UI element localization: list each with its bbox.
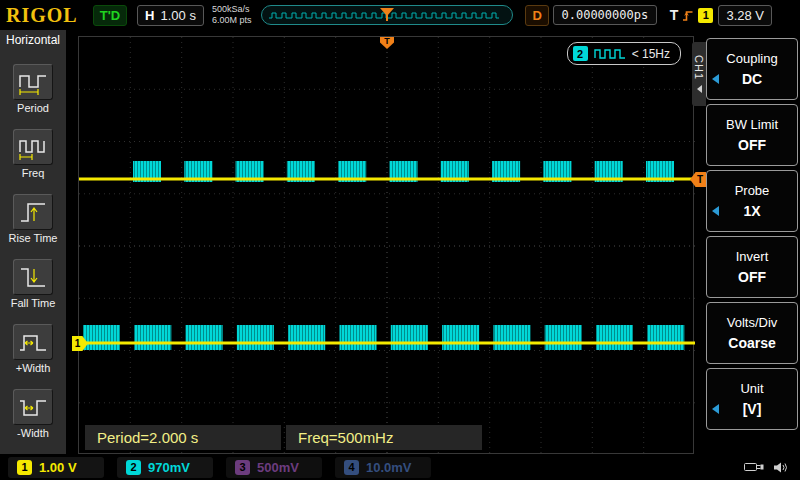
sample-rate: 500kSa/s [212,4,252,15]
menu-item-period[interactable]: Period [13,64,53,114]
square-wave-icon [594,47,626,60]
minus-width-icon [13,389,53,425]
channel2-scale: 970mV [148,460,190,475]
rise-time-icon [13,194,53,230]
menu-item-freq[interactable]: Freq [13,129,53,179]
trigger-level-readout: 3.28 V [718,5,772,26]
menu-item-title: Unit [740,381,763,396]
menu-item-plus-width[interactable]: +Width [13,324,53,374]
rigol-logo: RIGOL [6,4,78,27]
horizontal-label: H [145,8,154,23]
menu-item-rise-time[interactable]: Rise Time [9,194,58,244]
measurement-freq: Freq=500mHz [286,425,482,450]
left-arrow-icon [712,74,719,84]
memory-waveform-icon [267,8,507,22]
menu-item-value: Coarse [728,335,775,351]
menu-item-title: Probe [735,183,770,198]
channel1-status[interactable]: 1 1.00 V [8,457,104,478]
left-menu-title: Horizontal [0,30,66,49]
trigger-status-badge: T'D [93,5,127,26]
menu-item-coupling[interactable]: Coupling DC [706,38,798,100]
timebase-value: 1.00 s [161,8,196,23]
channel1-scale: 1.00 V [39,460,77,475]
trigger-label: T [670,7,679,23]
waveform-traces [79,37,695,455]
menu-item-invert[interactable]: Invert OFF [706,236,798,298]
left-function-menu: Horizontal Period Freq Rise Time [0,30,66,454]
memory-depth: 6.00M pts [212,15,252,26]
speaker-icon [773,461,788,474]
measurement-period: Period=2.000 s [85,425,281,450]
menu-item-title: BW Limit [726,117,778,132]
channel2-badge: 2 [573,46,588,61]
menu-item-value: OFF [738,269,766,285]
right-menu-channel-tab: CH1 [692,42,706,106]
plus-width-icon [13,324,53,360]
system-status-icons [744,461,788,474]
channel2-status[interactable]: 2 970mV [117,457,213,478]
usb-icon [744,461,764,473]
menu-item-label: -Width [17,427,49,439]
menu-item-title: Coupling [726,51,777,66]
menu-item-title: Volts/Div [727,315,778,330]
right-softkey-menu: Coupling DC BW Limit OFF Probe 1X Invert… [706,38,798,434]
channel4-scale: 10.0mV [366,460,412,475]
trigger-slope-icon [682,9,694,22]
left-menu-items: Period Freq Rise Time Fall Time [0,49,66,454]
menu-item-bw-limit[interactable]: BW Limit OFF [706,104,798,166]
menu-item-label: Rise Time [9,232,58,244]
menu-item-value: DC [742,71,762,87]
channel3-scale: 500mV [257,460,299,475]
horizontal-position-indicator[interactable] [261,5,513,25]
waveform-display: 2 < 15Hz T T 1 Period=2.000 s Freq=500mH… [78,36,694,454]
delay-label: D [525,5,548,26]
menu-item-probe[interactable]: Probe 1X [706,170,798,232]
channel2-badge: 2 [126,460,141,475]
freq-icon [13,129,53,165]
menu-item-value: 1X [743,203,760,219]
menu-item-minus-width[interactable]: -Width [13,389,53,439]
channel3-status[interactable]: 3 500mV [226,457,322,478]
period-icon [13,64,53,100]
channel4-status[interactable]: 4 10.0mV [335,457,431,478]
channel1-badge: 1 [17,460,32,475]
menu-item-label: Fall Time [11,297,56,309]
frequency-value: < 15Hz [632,47,670,61]
menu-item-label: Freq [22,167,45,179]
menu-item-value: OFF [738,137,766,153]
menu-item-unit[interactable]: Unit [V] [706,368,798,430]
acquisition-readout: 500kSa/s 6.00M pts [212,4,252,26]
timebase-readout[interactable]: H 1.00 s [137,5,204,26]
menu-item-fall-time[interactable]: Fall Time [11,259,56,309]
frequency-counter: 2 < 15Hz [567,42,681,65]
trigger-source-badge: 1 [698,8,713,23]
menu-item-volts-div[interactable]: Volts/Div Coarse [706,302,798,364]
menu-item-value: [V] [743,401,762,417]
left-arrow-icon [712,404,719,414]
channel4-badge: 4 [344,460,359,475]
fall-time-icon [13,259,53,295]
menu-item-label: +Width [16,362,51,374]
delay-readout: 0.00000000ps [553,5,657,25]
menu-item-label: Period [17,102,49,114]
oscilloscope-screen: RIGOL T'D H 1.00 s 500kSa/s 6.00M pts D … [0,0,800,480]
top-status-bar: RIGOL T'D H 1.00 s 500kSa/s 6.00M pts D … [0,0,800,30]
menu-item-title: Invert [736,249,769,264]
channel3-badge: 3 [235,460,250,475]
channel-status-bar: 1 1.00 V 2 970mV 3 500mV 4 10.0mV [0,454,800,480]
left-arrow-icon [712,206,719,216]
measurement-row: Period=2.000 s Freq=500mHz [85,425,482,450]
